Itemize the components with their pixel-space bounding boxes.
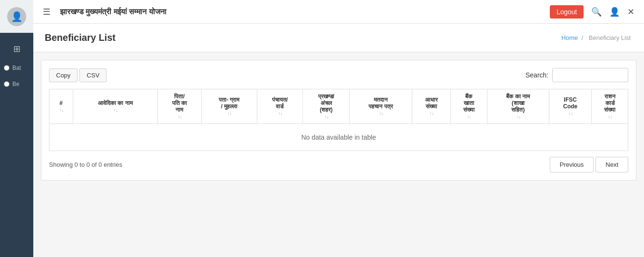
dashboard-icon: ⊞ bbox=[13, 44, 20, 54]
sidebar-nav: ⊞ Bat Be bbox=[0, 33, 33, 92]
data-card: Copy CSV Search: #↑↓ आवेदिका का न bbox=[41, 60, 636, 181]
previous-button[interactable]: Previous bbox=[550, 157, 594, 172]
pagination: Previous Next bbox=[550, 157, 628, 172]
table-footer: Showing 0 to 0 of 0 entries Previous Nex… bbox=[49, 157, 628, 172]
breadcrumb-home[interactable]: Home bbox=[561, 34, 578, 41]
col-num[interactable]: #↑↓ bbox=[49, 89, 73, 124]
user-icon[interactable]: 👤 bbox=[609, 7, 620, 17]
sidebar-radio-bat[interactable] bbox=[4, 65, 10, 71]
csv-button[interactable]: CSV bbox=[79, 68, 107, 82]
col-ifsc[interactable]: IFSCCode↑↓ bbox=[549, 89, 591, 124]
sidebar-label-be: Be bbox=[12, 81, 20, 87]
avatar-icon: 👤 bbox=[7, 7, 26, 26]
no-data-row: No data available in table bbox=[49, 124, 628, 151]
close-icon[interactable]: ✕ bbox=[627, 7, 634, 17]
page-area: Beneficiary List Home / Beneficiary List… bbox=[33, 24, 644, 257]
page-header: Beneficiary List Home / Beneficiary List bbox=[33, 24, 644, 52]
export-buttons: Copy CSV bbox=[49, 68, 107, 82]
col-panchayat[interactable]: पंचायत/वार्ड↑↓ bbox=[257, 89, 302, 124]
table-body: No data available in table bbox=[49, 124, 628, 151]
app-title: झारखण्ड मुख्यमंत्री मईयां सम्मान योजना bbox=[60, 8, 545, 16]
search-input[interactable] bbox=[552, 68, 628, 82]
col-aadhar[interactable]: आधारसंख्या↑↓ bbox=[412, 89, 450, 124]
sidebar-item-dashboard[interactable]: ⊞ bbox=[0, 38, 33, 60]
col-voter[interactable]: मतदानपहचान पत्र↑↓ bbox=[350, 89, 412, 124]
no-data-cell: No data available in table bbox=[49, 124, 628, 151]
col-name[interactable]: आवेदिका का नाम↑↓ bbox=[73, 89, 157, 124]
entries-info: Showing 0 to 0 of 0 entries bbox=[49, 161, 122, 168]
search-label: Search: bbox=[526, 71, 548, 79]
menu-icon[interactable]: ☰ bbox=[43, 7, 50, 17]
search-icon[interactable]: 🔍 bbox=[591, 7, 602, 17]
breadcrumb-separator: / bbox=[582, 34, 584, 41]
col-block[interactable]: प्रखण्ड/अंचल(शहर)↑↓ bbox=[303, 89, 350, 124]
col-father[interactable]: पिता/पति कानाम↑↓ bbox=[157, 89, 201, 124]
topbar-actions: Logout 🔍 👤 ✕ bbox=[550, 5, 634, 19]
next-button[interactable]: Next bbox=[595, 157, 628, 172]
breadcrumb-current: Beneficiary List bbox=[589, 34, 631, 41]
col-address[interactable]: पता- ग्राम/ मुहल्ला↑↓ bbox=[201, 89, 257, 124]
breadcrumb: Home / Beneficiary List bbox=[561, 34, 633, 41]
col-ration[interactable]: राशनकार्डसंख्या↑↓ bbox=[592, 89, 628, 124]
copy-button[interactable]: Copy bbox=[49, 68, 78, 82]
search-area: Search: bbox=[526, 68, 628, 82]
logout-button[interactable]: Logout bbox=[550, 5, 584, 19]
data-table: #↑↓ आवेदिका का नाम↑↓ पिता/पति कानाम↑↓ पत… bbox=[49, 89, 628, 151]
sidebar: 👤 ⊞ Bat Be bbox=[0, 0, 33, 257]
sidebar-item-be[interactable]: Be bbox=[0, 76, 33, 92]
avatar: 👤 bbox=[0, 0, 33, 33]
table-toolbar: Copy CSV Search: bbox=[49, 68, 628, 82]
table-header-row: #↑↓ आवेदिका का नाम↑↓ पिता/पति कानाम↑↓ पत… bbox=[49, 89, 628, 124]
col-bank-name[interactable]: बैंक का नाम(शाखासहित)↑↓ bbox=[487, 89, 549, 124]
page-title: Beneficiary List bbox=[45, 32, 116, 43]
sidebar-radio-be[interactable] bbox=[4, 81, 10, 87]
col-account[interactable]: बैंकखातासंख्या↑↓ bbox=[450, 89, 487, 124]
sidebar-label-bat: Bat bbox=[12, 65, 21, 71]
main-content: ☰ झारखण्ड मुख्यमंत्री मईयां सम्मान योजना… bbox=[33, 0, 644, 257]
sidebar-item-bat[interactable]: Bat bbox=[0, 60, 33, 76]
topbar: ☰ झारखण्ड मुख्यमंत्री मईयां सम्मान योजना… bbox=[33, 0, 644, 24]
